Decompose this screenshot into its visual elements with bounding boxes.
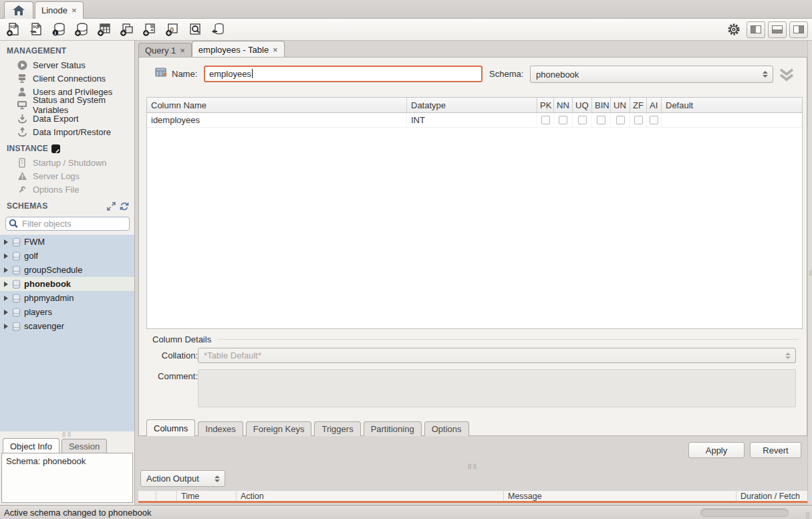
close-icon[interactable]: × — [72, 5, 77, 15]
tab-employees-table[interactable]: employees - Table × — [192, 41, 285, 58]
sidebar-item-status-system-variables[interactable]: Status and System Variables — [0, 98, 134, 112]
sidebar-splitter[interactable]: ⣿⣿ — [0, 431, 134, 437]
right-panel-splitter[interactable]: ⣿ — [807, 41, 812, 505]
expander-icon[interactable] — [4, 324, 8, 329]
tab-object-info[interactable]: Object Info — [3, 438, 59, 453]
expander-icon[interactable] — [4, 296, 8, 301]
cell-default[interactable] — [662, 113, 802, 127]
expander-icon[interactable] — [4, 310, 8, 315]
header-uq[interactable]: UQ — [573, 98, 592, 112]
schema-item-phpmyadmin[interactable]: phpmyadmin — [0, 291, 134, 305]
nn-checkbox[interactable] — [559, 116, 567, 124]
tab-session[interactable]: Session — [61, 439, 107, 453]
table-name-input[interactable]: employees — [204, 66, 483, 82]
header-time[interactable]: Time — [177, 491, 237, 501]
output-splitter[interactable]: ⣿⣿ — [138, 463, 807, 470]
tab-triggers[interactable]: Triggers — [314, 421, 360, 436]
tab-query-1[interactable]: Query 1 × — [138, 43, 192, 58]
expander-icon[interactable] — [4, 253, 8, 259]
sidebar-item-server-status[interactable]: Server Status — [0, 58, 134, 72]
bin-checkbox[interactable] — [597, 116, 605, 124]
home-tab[interactable] — [4, 1, 33, 19]
sidebar-item-client-connections[interactable]: Client Connections — [0, 72, 134, 85]
expander-icon[interactable] — [4, 268, 8, 273]
tab-partitioning[interactable]: Partitioning — [364, 421, 422, 436]
header-ai[interactable]: AI — [647, 98, 662, 112]
new-sql-tab-button[interactable]: SQL — [3, 21, 23, 39]
create-table-button[interactable] — [94, 21, 114, 39]
header-default[interactable]: Default — [662, 98, 802, 112]
comment-textarea[interactable] — [198, 369, 796, 407]
create-schema-icon — [74, 22, 89, 37]
schema-item-scavenger[interactable]: scavenger — [0, 319, 134, 333]
search-icon — [9, 219, 19, 229]
column-details-section: Column Details Collation: *Table Default… — [139, 329, 807, 348]
expand-schemas-icon[interactable] — [107, 202, 116, 211]
expander-icon[interactable] — [4, 282, 8, 287]
cell-datatype[interactable]: INT — [407, 113, 537, 127]
expander-icon[interactable] — [4, 239, 8, 245]
collation-select[interactable]: *Table Default* — [198, 348, 796, 363]
revert-button[interactable]: Revert — [750, 442, 801, 458]
tab-options[interactable]: Options — [424, 421, 469, 436]
schema-select[interactable]: phonebook — [530, 66, 773, 83]
uq-checkbox[interactable] — [578, 116, 587, 124]
schema-item-groupschedule[interactable]: groupSchedule — [0, 263, 134, 277]
toggle-bottom-panel-icon — [772, 25, 783, 33]
instance-section-title: INSTANCE — [0, 138, 134, 156]
pk-checkbox[interactable] — [541, 116, 550, 124]
header-un[interactable]: UN — [611, 98, 630, 112]
schema-label: Schema: — [489, 69, 523, 79]
database-icon — [12, 237, 21, 247]
preferences-button[interactable] — [724, 21, 744, 39]
header-column-name[interactable]: Column Name — [147, 98, 407, 112]
filter-objects-input[interactable] — [5, 217, 130, 231]
collapse-header-icon[interactable] — [778, 68, 795, 82]
un-checkbox[interactable] — [616, 116, 625, 124]
tab-indexes[interactable]: Indexes — [198, 421, 243, 436]
inspect-database-button[interactable]: i — [49, 21, 69, 39]
sidebar-item-startup-shutdown[interactable]: Startup / Shutdown — [0, 156, 134, 169]
close-icon[interactable]: × — [180, 45, 185, 56]
open-sql-script-button[interactable]: SQL — [26, 21, 46, 39]
apply-button[interactable]: Apply — [688, 442, 745, 458]
toggle-left-panel-button[interactable] — [747, 21, 765, 38]
reconnect-database-button[interactable] — [208, 21, 228, 39]
header-nn[interactable]: NN — [554, 98, 573, 112]
close-icon[interactable]: × — [273, 45, 278, 55]
header-datatype[interactable]: Datatype — [407, 98, 537, 112]
schema-item-phonebook[interactable]: phonebook — [0, 277, 134, 291]
home-icon — [13, 5, 25, 15]
create-function-button[interactable]: () — [162, 21, 182, 39]
sidebar-item-data-export[interactable]: Data Export — [0, 112, 134, 125]
table-row[interactable]: idemployees INT — [147, 113, 802, 128]
ai-checkbox[interactable] — [650, 116, 658, 124]
create-procedure-button[interactable] — [140, 21, 160, 39]
header-duration-fetch[interactable]: Duration / Fetch — [736, 491, 807, 501]
search-objects-button[interactable] — [185, 21, 205, 39]
tab-foreign-keys[interactable]: Foreign Keys — [246, 421, 312, 436]
header-action[interactable]: Action — [237, 491, 504, 501]
header-zf[interactable]: ZF — [630, 98, 647, 112]
header-pk[interactable]: PK — [537, 98, 554, 112]
header-message[interactable]: Message — [504, 491, 736, 501]
sidebar-item-data-import[interactable]: Data Import/Restore — [0, 125, 134, 138]
action-output-select[interactable]: Action Output — [140, 470, 225, 487]
create-view-button[interactable] — [117, 21, 137, 39]
sidebar-item-options-file[interactable]: Options File — [0, 183, 134, 196]
sidebar-item-server-logs[interactable]: Server Logs — [0, 169, 134, 183]
toggle-right-panel-button[interactable] — [789, 21, 808, 38]
tab-columns[interactable]: Columns — [146, 419, 195, 436]
toggle-bottom-panel-button[interactable] — [768, 21, 787, 38]
header-bin[interactable]: BIN — [592, 98, 611, 112]
connection-tab-linode[interactable]: Linode × — [35, 1, 84, 19]
schema-name: scavenger — [24, 321, 64, 331]
schema-item-fwm[interactable]: FWM — [0, 235, 134, 249]
resize-grip-icon[interactable]: ⣿ — [805, 512, 811, 518]
cell-column-name[interactable]: idemployees — [147, 113, 407, 127]
schema-item-players[interactable]: players — [0, 305, 134, 319]
refresh-schemas-icon[interactable] — [120, 202, 129, 211]
zf-checkbox[interactable] — [634, 116, 643, 124]
schema-item-golf[interactable]: golf — [0, 249, 134, 263]
create-schema-button[interactable] — [72, 21, 92, 39]
